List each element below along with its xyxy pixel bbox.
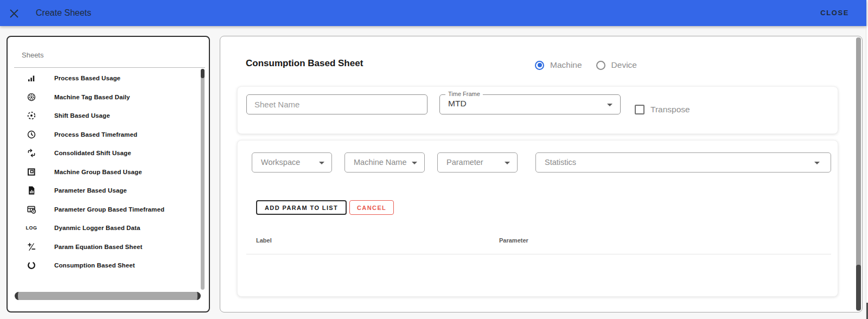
bar-chart-icon xyxy=(27,73,36,83)
loop-icon xyxy=(27,260,36,270)
sheet-type-title: Consumption Based Sheet xyxy=(246,58,363,69)
workspace-select-label: Workspace xyxy=(261,158,300,167)
time-frame-label: Time Frame xyxy=(445,91,483,97)
sheet-list-vertical-scrollbar-thumb[interactable] xyxy=(201,69,205,78)
sheet-type-label: Dyanmic Logger Based Data xyxy=(54,225,140,231)
sheet-settings-card: Time Frame MTD Transpose xyxy=(237,86,838,134)
workspace-select[interactable]: Workspace xyxy=(252,152,332,173)
machine-name-select[interactable]: Machine Name xyxy=(344,152,425,173)
parameter-select[interactable]: Parameter xyxy=(437,152,518,173)
transpose-label: Transpose xyxy=(650,105,690,114)
nested-squares-icon xyxy=(27,167,36,177)
statistics-select-label: Statistics xyxy=(545,158,576,167)
time-frame-select[interactable]: Time Frame MTD xyxy=(439,94,621,114)
close-x-icon xyxy=(9,8,21,19)
statistics-select[interactable]: Statistics xyxy=(535,152,831,173)
panel-scrollbar[interactable] xyxy=(856,37,861,311)
page-scrollbar[interactable] xyxy=(866,26,868,319)
table-clock-icon xyxy=(27,205,36,214)
dropdown-arrow-icon xyxy=(319,162,324,164)
sheet-type-list: Process Based Usage Machine Tag Based Da… xyxy=(17,69,196,290)
sheet-type-item-dynamic-logger-based-data[interactable]: LOG Dyanmic Logger Based Data xyxy=(17,219,196,238)
sheet-type-item-parameter-group-based-timeframed[interactable]: Parameter Group Based Timeframed xyxy=(17,200,196,219)
sheet-type-item-parameter-based-usage[interactable]: Parameter Based Usage xyxy=(17,181,196,200)
parameter-select-label: Parameter xyxy=(446,158,483,167)
close-button[interactable]: CLOSE xyxy=(820,0,849,26)
dropdown-arrow-icon xyxy=(607,104,612,106)
sheet-type-item-process-based-usage[interactable]: Process Based Usage xyxy=(17,69,196,88)
cancel-button[interactable]: CANCEL xyxy=(349,200,394,215)
sheet-type-label: Shift Based Usage xyxy=(54,112,110,119)
dropdown-arrow-icon xyxy=(412,162,417,164)
sheet-type-label: Machine Group Based Usage xyxy=(54,169,142,175)
sheet-type-label: Parameter Based Usage xyxy=(54,187,127,194)
sheets-panel: Sheets Process Based Usage Machine Tag B… xyxy=(7,36,210,312)
target-type-radio-group: Machine Device xyxy=(535,59,637,71)
plus-minus-icon xyxy=(27,242,36,252)
create-sheets-dialog: Create Sheets CLOSE Sheets Process Based… xyxy=(0,0,868,319)
transpose-checkbox[interactable] xyxy=(635,105,644,114)
dialog-title: Create Sheets xyxy=(36,0,91,26)
clock-icon xyxy=(27,130,36,139)
sheet-type-item-consolidated-shift-usage[interactable]: Consolidated Shift Usage xyxy=(17,144,196,163)
dropdown-arrow-icon xyxy=(814,162,820,164)
sheet-config-panel: Consumption Based Sheet Machine Device T… xyxy=(220,36,863,312)
divider xyxy=(14,67,205,68)
log-icon: LOG xyxy=(27,223,36,233)
document-chart-icon xyxy=(27,186,36,195)
gear-circle-icon xyxy=(27,92,36,102)
sheet-type-label: Process Based Usage xyxy=(54,75,120,81)
sheet-list-horizontal-scrollbar[interactable] xyxy=(15,292,201,300)
radio-selected-icon[interactable] xyxy=(535,61,544,70)
close-x-button[interactable] xyxy=(9,8,21,20)
table-header-label: Label xyxy=(256,237,272,244)
radio-device-label: Device xyxy=(611,60,637,70)
add-param-button[interactable]: ADD PARAM TO LIST xyxy=(256,200,347,215)
sheet-type-label: Param Equation Based Sheet xyxy=(54,244,142,250)
sheet-type-item-param-equation-based-sheet[interactable]: Param Equation Based Sheet xyxy=(17,238,196,257)
sheet-list-vertical-scrollbar[interactable] xyxy=(201,69,205,290)
radio-unselected-icon[interactable] xyxy=(596,61,605,70)
sheet-name-input[interactable] xyxy=(246,94,427,114)
sheet-type-item-consumption-based-sheet[interactable]: Consumption Based Sheet xyxy=(17,256,196,275)
panel-scrollbar-thumb[interactable] xyxy=(856,265,861,310)
radio-option-device[interactable]: Device xyxy=(596,60,637,70)
sheets-panel-title: Sheets xyxy=(22,51,43,59)
sheet-type-item-shift-based-usage[interactable]: Shift Based Usage xyxy=(17,106,196,125)
time-frame-value: MTD xyxy=(448,99,467,109)
table-header-parameter: Parameter xyxy=(499,237,528,244)
dashed-circle-icon xyxy=(27,111,36,120)
parameter-card: Workspace Machine Name Parameter Statist… xyxy=(237,140,838,297)
sheet-type-item-process-based-timeframed[interactable]: Process Based Timeframed xyxy=(17,125,196,144)
sheet-type-label: Parameter Group Based Timeframed xyxy=(54,206,164,213)
sheet-type-label: Consolidated Shift Usage xyxy=(54,150,131,156)
dropdown-arrow-icon xyxy=(505,162,510,164)
radio-option-machine[interactable]: Machine xyxy=(535,60,582,70)
sheet-type-item-machine-tag-based-daily[interactable]: Machine Tag Based Daily xyxy=(17,88,196,107)
machine-name-select-label: Machine Name xyxy=(354,158,407,167)
sheet-type-label: Process Based Timeframed xyxy=(54,131,137,138)
sheet-type-label: Consumption Based Sheet xyxy=(54,262,135,269)
sheet-type-label: Machine Tag Based Daily xyxy=(54,94,130,100)
dialog-header: Create Sheets CLOSE xyxy=(0,0,866,26)
radio-machine-label: Machine xyxy=(550,60,582,70)
sheet-type-item-machine-group-based-usage[interactable]: Machine Group Based Usage xyxy=(17,163,196,182)
merge-arrows-icon xyxy=(27,148,36,158)
table-header-divider xyxy=(246,254,831,254)
